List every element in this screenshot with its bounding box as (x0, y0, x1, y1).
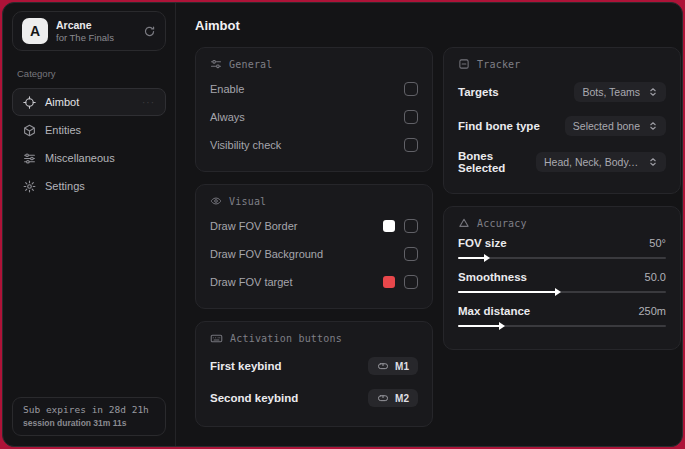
sub-expiry-text: Sub expires in 28d 21h (23, 404, 155, 415)
keybind-value: M2 (395, 393, 409, 404)
page-title: Aimbot (195, 18, 666, 33)
setting-label: Draw FOV Background (210, 248, 323, 260)
setting-row-find-bone-type: Find bone type Selected bone (458, 109, 666, 143)
crosshair-icon (23, 96, 36, 109)
setting-row-targets: Targets Bots, Teams (458, 75, 666, 109)
fov-target-checkbox[interactable] (404, 275, 418, 289)
sidebar-item-hint: ··· (142, 97, 155, 108)
slider-value: 250m (638, 305, 666, 317)
sidebar-item-label: Entities (45, 124, 81, 136)
brand-card: A Arcane for The Finals (12, 11, 166, 51)
card-accuracy: Accuracy FOV size 50° Smoothness 50.0 (443, 206, 681, 350)
max-distance-slider[interactable] (458, 321, 666, 331)
sidebar-item-settings[interactable]: Settings (12, 172, 166, 200)
setting-row-second-keybind: Second keybind M2 (210, 382, 418, 414)
chevron-updown-icon (648, 121, 658, 131)
fov-target-color-swatch[interactable] (383, 276, 395, 288)
mouse-icon (377, 392, 389, 404)
fov-background-checkbox[interactable] (404, 247, 418, 261)
setting-label: Smoothness (458, 271, 527, 283)
sliders-icon (23, 152, 36, 165)
setting-label: Bones Selected (458, 150, 536, 174)
find-bone-type-dropdown[interactable]: Selected bone (565, 116, 666, 136)
sidebar-item-entities[interactable]: Entities (12, 116, 166, 144)
eye-icon (210, 195, 222, 207)
card-visual: Visual Draw FOV Border Draw FOV Backgrou… (195, 184, 433, 309)
dropdown-value: Bots, Teams (582, 86, 640, 98)
card-activation-buttons: Activation buttons First keybind M1 (195, 321, 433, 427)
slider-thumb[interactable] (499, 322, 505, 330)
setting-row-fov-size: FOV size 50° (458, 237, 666, 249)
card-title: Activation buttons (230, 333, 342, 344)
dropdown-value: Head, Neck, Body, Pe.. (544, 156, 640, 168)
setting-row-fov-target: Draw FOV target (210, 268, 418, 296)
sidebar: A Arcane for The Finals Category Aimbot … (3, 3, 176, 446)
chevron-updown-icon (648, 157, 658, 167)
card-title: Visual (229, 196, 266, 207)
session-duration-text: session duration 31m 11s (23, 418, 155, 428)
mouse-icon (377, 360, 389, 372)
sidebar-item-label: Settings (45, 180, 85, 192)
second-keybind-button[interactable]: M2 (368, 389, 418, 407)
category-label: Category (17, 68, 161, 79)
fov-border-checkbox[interactable] (404, 219, 418, 233)
slider-thumb[interactable] (484, 254, 490, 262)
card-title: Accuracy (477, 218, 527, 229)
setting-label: Draw FOV Border (210, 220, 297, 232)
general-icon (210, 58, 222, 70)
fov-border-color-swatch[interactable] (383, 220, 395, 232)
card-general: General Enable Always Visibility check (195, 47, 433, 172)
sidebar-item-miscellaneous[interactable]: Miscellaneous (12, 144, 166, 172)
slider-value: 50.0 (645, 271, 666, 283)
sidebar-item-label: Aimbot (45, 96, 79, 108)
targets-dropdown[interactable]: Bots, Teams (574, 82, 666, 102)
setting-label: First keybind (210, 360, 282, 372)
enable-checkbox[interactable] (404, 82, 418, 96)
main-content: Aimbot General Enable (176, 3, 682, 446)
card-title: General (229, 59, 273, 70)
card-tracker: Tracker Targets Bots, Teams (443, 47, 681, 194)
setting-label: Find bone type (458, 120, 540, 132)
smoothness-slider[interactable] (458, 287, 666, 297)
chevron-updown-icon (648, 87, 658, 97)
setting-label: Targets (458, 86, 499, 98)
always-checkbox[interactable] (404, 110, 418, 124)
keyboard-icon (210, 332, 223, 345)
brand-logo: A (22, 18, 48, 44)
setting-row-fov-border: Draw FOV Border (210, 212, 418, 240)
bones-selected-dropdown[interactable]: Head, Neck, Body, Pe.. (536, 152, 666, 172)
setting-label: FOV size (458, 237, 507, 249)
tracker-icon (458, 58, 470, 70)
sidebar-item-label: Miscellaneous (45, 152, 115, 164)
visibility-check-checkbox[interactable] (404, 138, 418, 152)
accuracy-icon (458, 217, 470, 229)
setting-row-max-distance: Max distance 250m (458, 305, 666, 317)
sidebar-item-aimbot[interactable]: Aimbot ··· (12, 88, 166, 116)
card-title: Tracker (477, 59, 521, 70)
gear-icon (23, 180, 36, 193)
setting-label: Max distance (458, 305, 530, 317)
slider-thumb[interactable] (555, 288, 561, 296)
slider-value: 50° (649, 237, 666, 249)
setting-row-bones-selected: Bones Selected Head, Neck, Body, Pe.. (458, 143, 666, 181)
setting-row-visibility-check: Visibility check (210, 131, 418, 159)
subscription-info: Sub expires in 28d 21h session duration … (12, 397, 166, 436)
setting-row-enable: Enable (210, 75, 418, 103)
setting-row-first-keybind: First keybind M1 (210, 350, 418, 382)
app-window: A Arcane for The Finals Category Aimbot … (2, 2, 683, 447)
sync-icon[interactable] (143, 25, 156, 38)
setting-label: Always (210, 111, 245, 123)
brand-subtitle: for The Finals (56, 32, 114, 43)
cube-icon (23, 124, 36, 137)
setting-row-fov-background: Draw FOV Background (210, 240, 418, 268)
setting-label: Enable (210, 83, 244, 95)
fov-size-slider[interactable] (458, 253, 666, 263)
setting-row-smoothness: Smoothness 50.0 (458, 271, 666, 283)
setting-label: Draw FOV target (210, 276, 293, 288)
setting-label: Second keybind (210, 392, 298, 404)
first-keybind-button[interactable]: M1 (368, 357, 418, 375)
brand-name: Arcane (56, 19, 114, 31)
dropdown-value: Selected bone (573, 120, 640, 132)
keybind-value: M1 (395, 361, 409, 372)
setting-row-always: Always (210, 103, 418, 131)
